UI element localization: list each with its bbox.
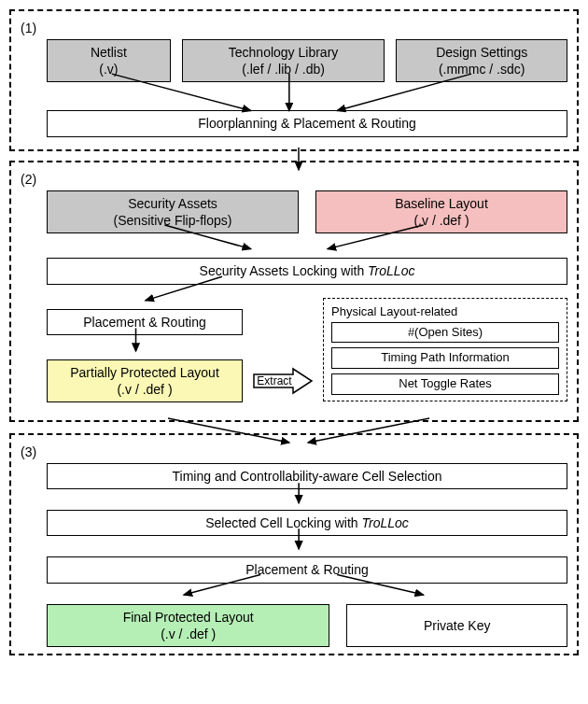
section-1-label: (1) <box>21 21 567 35</box>
section-1: (1) Netlist (.v) Technology Library (.le… <box>9 9 579 151</box>
placement-routing-2-box: Placement & Routing <box>47 556 567 583</box>
settings-box: Design Settings (.mmmc / .sdc) <box>396 39 567 82</box>
section-3-label: (3) <box>21 444 567 459</box>
partial-layout-box: Partially Protected Layout (.v / .def ) <box>47 359 243 402</box>
netlist-box: Netlist (.v) <box>47 39 171 82</box>
trolloc-1: TroLLoc <box>368 263 414 278</box>
toggle-rates-box: Net Toggle Rates <box>331 373 559 395</box>
trolloc-2: TroLLoc <box>361 515 408 530</box>
open-sites-box: #(Open Sites) <box>331 322 559 344</box>
final-layout-box: Final Protected Layout (.v / .def ) <box>47 604 329 647</box>
phys-layout-title: Physical Layout-related <box>331 304 559 318</box>
phys-layout-group: Physical Layout-related #(Open Sites) Ti… <box>323 298 567 402</box>
extract-label: Extract <box>257 374 292 387</box>
techlib-box: Technology Library (.lef / .lib / .db) <box>182 39 385 82</box>
section-2-label: (2) <box>21 172 567 187</box>
baseline-layout-box: Baseline Layout (.v / .def ) <box>315 190 567 233</box>
extract-arrow-icon: Extract <box>252 367 314 395</box>
placement-routing-1-box: Placement & Routing <box>47 309 243 335</box>
section-2: (2) Security Assets (Sensitive Flip-flop… <box>9 161 579 422</box>
security-locking-box: Security Assets Locking with TroLLoc <box>47 258 567 284</box>
security-assets-box: Security Assets (Sensitive Flip-flops) <box>47 190 299 233</box>
selected-locking-text: Selected Cell Locking with <box>205 515 361 530</box>
private-key-box: Private Key <box>346 604 567 647</box>
cell-selection-box: Timing and Controllability-aware Cell Se… <box>47 463 567 489</box>
section-3: (3) Timing and Controllability-aware Cel… <box>9 433 579 655</box>
selected-locking-box: Selected Cell Locking with TroLLoc <box>47 510 567 536</box>
timing-info-box: Timing Path Information <box>331 347 559 369</box>
security-locking-text: Security Assets Locking with <box>200 263 369 278</box>
floorplan-box: Floorplanning & Placement & Routing <box>47 110 567 136</box>
